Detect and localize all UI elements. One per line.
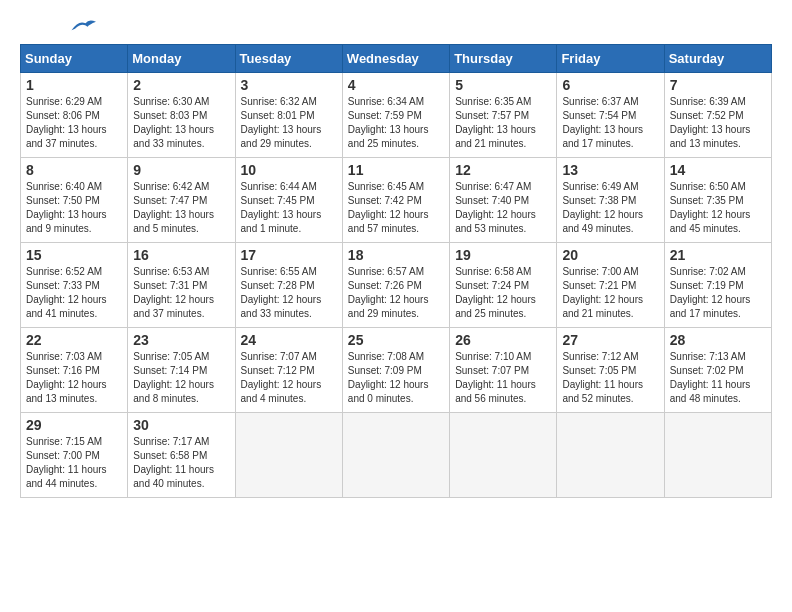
col-header-saturday: Saturday [664,45,771,73]
day-info: Sunrise: 6:34 AM Sunset: 7:59 PM Dayligh… [348,95,444,151]
day-info: Sunrise: 7:00 AM Sunset: 7:21 PM Dayligh… [562,265,658,321]
calendar-cell: 11Sunrise: 6:45 AM Sunset: 7:42 PM Dayli… [342,158,449,243]
day-number: 10 [241,162,337,178]
calendar-cell: 22Sunrise: 7:03 AM Sunset: 7:16 PM Dayli… [21,328,128,413]
day-info: Sunrise: 6:53 AM Sunset: 7:31 PM Dayligh… [133,265,229,321]
day-info: Sunrise: 6:52 AM Sunset: 7:33 PM Dayligh… [26,265,122,321]
day-info: Sunrise: 7:15 AM Sunset: 7:00 PM Dayligh… [26,435,122,491]
calendar-cell: 29Sunrise: 7:15 AM Sunset: 7:00 PM Dayli… [21,413,128,498]
calendar-cell: 17Sunrise: 6:55 AM Sunset: 7:28 PM Dayli… [235,243,342,328]
calendar-cell: 25Sunrise: 7:08 AM Sunset: 7:09 PM Dayli… [342,328,449,413]
calendar-cell: 9Sunrise: 6:42 AM Sunset: 7:47 PM Daylig… [128,158,235,243]
day-number: 30 [133,417,229,433]
day-info: Sunrise: 6:40 AM Sunset: 7:50 PM Dayligh… [26,180,122,236]
calendar-cell: 15Sunrise: 6:52 AM Sunset: 7:33 PM Dayli… [21,243,128,328]
day-info: Sunrise: 6:49 AM Sunset: 7:38 PM Dayligh… [562,180,658,236]
day-info: Sunrise: 6:44 AM Sunset: 7:45 PM Dayligh… [241,180,337,236]
day-info: Sunrise: 6:39 AM Sunset: 7:52 PM Dayligh… [670,95,766,151]
col-header-monday: Monday [128,45,235,73]
day-number: 24 [241,332,337,348]
col-header-wednesday: Wednesday [342,45,449,73]
calendar-cell: 21Sunrise: 7:02 AM Sunset: 7:19 PM Dayli… [664,243,771,328]
day-number: 2 [133,77,229,93]
day-info: Sunrise: 6:32 AM Sunset: 8:01 PM Dayligh… [241,95,337,151]
calendar-week-row: 22Sunrise: 7:03 AM Sunset: 7:16 PM Dayli… [21,328,772,413]
calendar-cell: 6Sunrise: 6:37 AM Sunset: 7:54 PM Daylig… [557,73,664,158]
day-info: Sunrise: 7:08 AM Sunset: 7:09 PM Dayligh… [348,350,444,406]
day-number: 28 [670,332,766,348]
day-info: Sunrise: 7:03 AM Sunset: 7:16 PM Dayligh… [26,350,122,406]
day-number: 9 [133,162,229,178]
day-info: Sunrise: 6:35 AM Sunset: 7:57 PM Dayligh… [455,95,551,151]
calendar-cell: 4Sunrise: 6:34 AM Sunset: 7:59 PM Daylig… [342,73,449,158]
calendar-cell: 1Sunrise: 6:29 AM Sunset: 8:06 PM Daylig… [21,73,128,158]
day-number: 13 [562,162,658,178]
day-number: 14 [670,162,766,178]
calendar-cell [664,413,771,498]
col-header-thursday: Thursday [450,45,557,73]
day-info: Sunrise: 7:13 AM Sunset: 7:02 PM Dayligh… [670,350,766,406]
calendar-cell: 3Sunrise: 6:32 AM Sunset: 8:01 PM Daylig… [235,73,342,158]
col-header-friday: Friday [557,45,664,73]
calendar-cell: 27Sunrise: 7:12 AM Sunset: 7:05 PM Dayli… [557,328,664,413]
day-info: Sunrise: 6:50 AM Sunset: 7:35 PM Dayligh… [670,180,766,236]
day-number: 19 [455,247,551,263]
day-info: Sunrise: 7:07 AM Sunset: 7:12 PM Dayligh… [241,350,337,406]
calendar-cell [450,413,557,498]
calendar-cell: 10Sunrise: 6:44 AM Sunset: 7:45 PM Dayli… [235,158,342,243]
day-number: 4 [348,77,444,93]
day-info: Sunrise: 6:29 AM Sunset: 8:06 PM Dayligh… [26,95,122,151]
calendar-cell: 23Sunrise: 7:05 AM Sunset: 7:14 PM Dayli… [128,328,235,413]
calendar-cell: 20Sunrise: 7:00 AM Sunset: 7:21 PM Dayli… [557,243,664,328]
logo [20,20,96,34]
day-number: 8 [26,162,122,178]
day-number: 21 [670,247,766,263]
day-number: 17 [241,247,337,263]
day-info: Sunrise: 7:12 AM Sunset: 7:05 PM Dayligh… [562,350,658,406]
day-number: 1 [26,77,122,93]
day-info: Sunrise: 6:47 AM Sunset: 7:40 PM Dayligh… [455,180,551,236]
day-number: 3 [241,77,337,93]
calendar-week-row: 29Sunrise: 7:15 AM Sunset: 7:00 PM Dayli… [21,413,772,498]
day-info: Sunrise: 7:17 AM Sunset: 6:58 PM Dayligh… [133,435,229,491]
calendar-cell: 8Sunrise: 6:40 AM Sunset: 7:50 PM Daylig… [21,158,128,243]
calendar-cell: 30Sunrise: 7:17 AM Sunset: 6:58 PM Dayli… [128,413,235,498]
calendar-week-row: 8Sunrise: 6:40 AM Sunset: 7:50 PM Daylig… [21,158,772,243]
calendar-cell: 13Sunrise: 6:49 AM Sunset: 7:38 PM Dayli… [557,158,664,243]
day-number: 15 [26,247,122,263]
day-number: 29 [26,417,122,433]
calendar-cell: 28Sunrise: 7:13 AM Sunset: 7:02 PM Dayli… [664,328,771,413]
day-number: 20 [562,247,658,263]
calendar-table: SundayMondayTuesdayWednesdayThursdayFrid… [20,44,772,498]
day-info: Sunrise: 6:55 AM Sunset: 7:28 PM Dayligh… [241,265,337,321]
day-number: 12 [455,162,551,178]
day-info: Sunrise: 7:02 AM Sunset: 7:19 PM Dayligh… [670,265,766,321]
calendar-cell [342,413,449,498]
day-info: Sunrise: 7:05 AM Sunset: 7:14 PM Dayligh… [133,350,229,406]
day-number: 6 [562,77,658,93]
logo-bird-icon [68,16,96,34]
calendar-cell: 24Sunrise: 7:07 AM Sunset: 7:12 PM Dayli… [235,328,342,413]
calendar-cell: 19Sunrise: 6:58 AM Sunset: 7:24 PM Dayli… [450,243,557,328]
col-header-sunday: Sunday [21,45,128,73]
day-info: Sunrise: 6:37 AM Sunset: 7:54 PM Dayligh… [562,95,658,151]
calendar-cell: 14Sunrise: 6:50 AM Sunset: 7:35 PM Dayli… [664,158,771,243]
day-number: 23 [133,332,229,348]
day-number: 26 [455,332,551,348]
page-header [20,20,772,34]
calendar-cell [557,413,664,498]
calendar-cell: 26Sunrise: 7:10 AM Sunset: 7:07 PM Dayli… [450,328,557,413]
day-info: Sunrise: 6:30 AM Sunset: 8:03 PM Dayligh… [133,95,229,151]
day-number: 16 [133,247,229,263]
calendar-cell: 2Sunrise: 6:30 AM Sunset: 8:03 PM Daylig… [128,73,235,158]
day-info: Sunrise: 6:45 AM Sunset: 7:42 PM Dayligh… [348,180,444,236]
day-number: 5 [455,77,551,93]
day-number: 27 [562,332,658,348]
day-number: 25 [348,332,444,348]
calendar-header-row: SundayMondayTuesdayWednesdayThursdayFrid… [21,45,772,73]
calendar-cell: 16Sunrise: 6:53 AM Sunset: 7:31 PM Dayli… [128,243,235,328]
day-number: 18 [348,247,444,263]
calendar-week-row: 1Sunrise: 6:29 AM Sunset: 8:06 PM Daylig… [21,73,772,158]
day-info: Sunrise: 7:10 AM Sunset: 7:07 PM Dayligh… [455,350,551,406]
col-header-tuesday: Tuesday [235,45,342,73]
